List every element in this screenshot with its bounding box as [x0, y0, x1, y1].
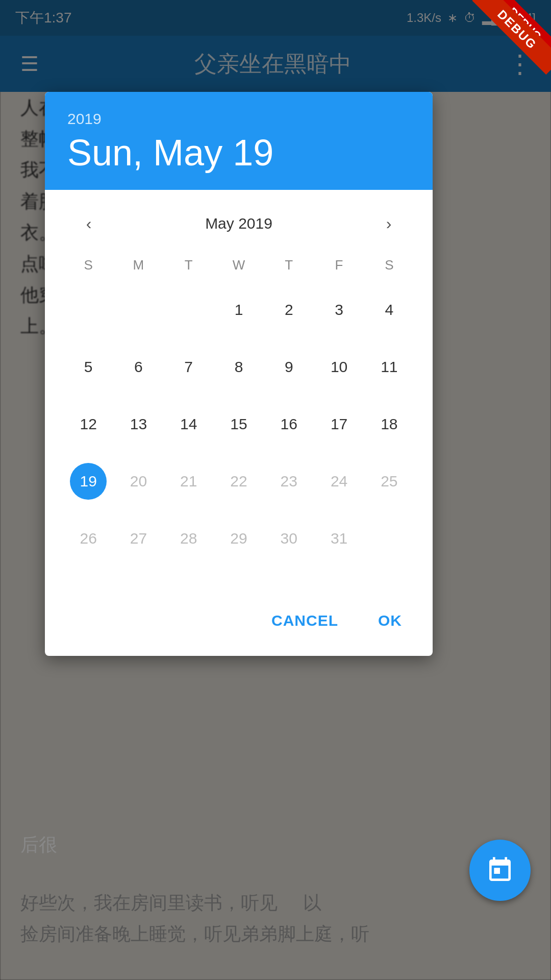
- day-16[interactable]: 16: [264, 397, 314, 452]
- calendar-month-title: May 2019: [205, 215, 272, 232]
- calendar-grid: S M T W T F S 1 2 3 4 5 6: [63, 252, 414, 566]
- day-header-fri: F: [314, 252, 364, 278]
- day-12[interactable]: 12: [63, 397, 113, 452]
- date-picker-dialog: 2019 Sun, May 19 ‹ May 2019 › S M T W T …: [45, 92, 433, 656]
- day-23[interactable]: 23: [264, 454, 314, 509]
- day-empty: [164, 282, 214, 337]
- week-row-2: 5 6 7 8 9 10 11: [63, 339, 414, 395]
- dialog-spacer: [45, 568, 433, 589]
- week-row-3: 12 13 14 15 16 17 18: [63, 397, 414, 452]
- day-21[interactable]: 21: [164, 454, 214, 509]
- day-26[interactable]: 26: [63, 511, 113, 566]
- day-3[interactable]: 3: [314, 282, 364, 337]
- day-30[interactable]: 30: [264, 511, 314, 566]
- dialog-actions: CANCEL OK: [45, 589, 433, 656]
- day-14[interactable]: 14: [164, 397, 214, 452]
- day-1[interactable]: 1: [214, 282, 264, 337]
- day-24[interactable]: 24: [314, 454, 364, 509]
- day-15[interactable]: 15: [214, 397, 264, 452]
- day-28[interactable]: 28: [164, 511, 214, 566]
- prev-month-button[interactable]: ‹: [73, 208, 104, 239]
- day-19-selected[interactable]: 19: [63, 454, 113, 509]
- next-month-button[interactable]: ›: [373, 208, 404, 239]
- day-5[interactable]: 5: [63, 339, 113, 395]
- day-header-sat: S: [364, 252, 414, 278]
- bottom-text-2: 好些次，我在房间里读书，听见 以 捡房间准备晚上睡觉，听见弟弟脚上庭，听: [20, 887, 369, 949]
- day-13[interactable]: 13: [113, 397, 163, 452]
- day-27[interactable]: 27: [113, 511, 163, 566]
- fab-calendar-button[interactable]: [469, 840, 531, 901]
- calendar-nav: ‹ May 2019 ›: [63, 200, 414, 247]
- day-11[interactable]: 11: [364, 339, 414, 395]
- week-row-4: 19 20 21 22 23 24 25: [63, 454, 414, 509]
- day-header-thu: T: [264, 252, 314, 278]
- day-9[interactable]: 9: [264, 339, 314, 395]
- day-25[interactable]: 25: [364, 454, 414, 509]
- selected-year: 2019: [67, 110, 410, 128]
- day-header-wed: W: [214, 252, 264, 278]
- debug-ribbon: DEBUG: [469, 0, 551, 82]
- day-header-tue: T: [164, 252, 214, 278]
- calendar-icon: [486, 856, 514, 885]
- ok-button[interactable]: OK: [366, 604, 414, 638]
- cancel-button[interactable]: CANCEL: [259, 604, 350, 638]
- day-headers-row: S M T W T F S: [63, 252, 414, 278]
- day-29[interactable]: 29: [214, 511, 264, 566]
- week-row-5: 26 27 28 29 30 31: [63, 511, 414, 566]
- bottom-text: 后很: [20, 832, 57, 857]
- day-8[interactable]: 8: [214, 339, 264, 395]
- day-6[interactable]: 6: [113, 339, 163, 395]
- selected-date-label: Sun, May 19: [67, 132, 410, 174]
- day-31[interactable]: 31: [314, 511, 364, 566]
- day-7[interactable]: 7: [164, 339, 214, 395]
- day-10[interactable]: 10: [314, 339, 364, 395]
- week-row-1: 1 2 3 4: [63, 282, 414, 337]
- day-20[interactable]: 20: [113, 454, 163, 509]
- day-2[interactable]: 2: [264, 282, 314, 337]
- day-header-mon: M: [113, 252, 163, 278]
- day-header-sun: S: [63, 252, 113, 278]
- debug-label: DEBUG: [472, 0, 551, 75]
- day-18[interactable]: 18: [364, 397, 414, 452]
- day-22[interactable]: 22: [214, 454, 264, 509]
- day-17[interactable]: 17: [314, 397, 364, 452]
- day-empty: [63, 282, 113, 337]
- calendar-body: ‹ May 2019 › S M T W T F S 1 2 3: [45, 190, 433, 566]
- day-empty: [113, 282, 163, 337]
- dialog-header: 2019 Sun, May 19: [45, 92, 433, 190]
- day-empty: [364, 511, 414, 566]
- day-4[interactable]: 4: [364, 282, 414, 337]
